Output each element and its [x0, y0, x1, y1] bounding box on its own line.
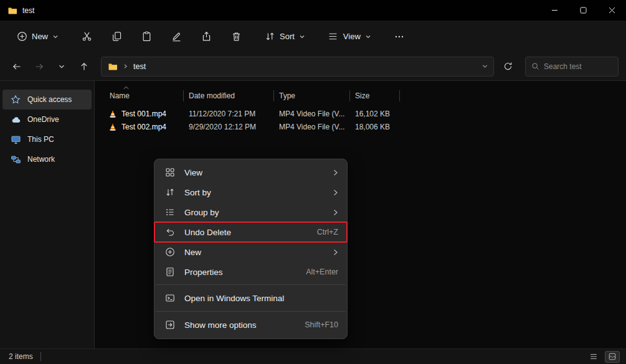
sort-button[interactable]: Sort [258, 27, 311, 47]
breadcrumb-folder[interactable]: test [133, 62, 146, 71]
recent-chevron-icon [58, 63, 65, 70]
plus-circle-icon [164, 246, 176, 258]
monitor-icon [10, 134, 21, 145]
vlc-cone-icon [108, 110, 117, 118]
file-name-cell: Test 002.mp4 [95, 123, 184, 131]
column-header-size[interactable]: Size [350, 88, 400, 103]
window-title: test [22, 6, 34, 15]
context-menu: View Sort by Group by [154, 159, 348, 339]
delete-icon [231, 31, 242, 42]
menu-item-sort-by[interactable]: Sort by [154, 182, 347, 202]
menu-item-open-in-windows-terminal[interactable]: Open in Windows Terminal [154, 287, 347, 309]
rename-button[interactable] [171, 31, 182, 42]
chevron-down-icon [299, 34, 305, 40]
menu-item-undo-delete[interactable]: Undo Delete Ctrl+Z [154, 222, 347, 242]
column-label: Type [279, 91, 295, 100]
paste-icon [141, 31, 152, 42]
menu-item-group-by[interactable]: Group by [154, 202, 347, 222]
sidebar: Quick access OneDrive This PC Network [0, 81, 95, 348]
close-button[interactable] [597, 0, 626, 21]
share-icon [201, 31, 212, 42]
menu-item-properties[interactable]: Properties Alt+Enter [154, 262, 347, 282]
search-box[interactable] [525, 57, 619, 77]
menu-item-view[interactable]: View [154, 162, 347, 182]
view-toggles [586, 351, 620, 363]
menu-item-label: View [184, 168, 322, 177]
copy-button[interactable] [111, 31, 122, 42]
more-icon [394, 31, 405, 42]
chevron-down-icon [481, 63, 488, 70]
item-count: 2 items [9, 352, 33, 361]
sidebar-item-label: This PC [27, 135, 54, 144]
menu-separator [156, 284, 346, 285]
file-type: MP4 Video File (V... [274, 110, 350, 118]
sidebar-item-this-pc[interactable]: This PC [2, 129, 92, 149]
up-button[interactable] [75, 57, 93, 76]
rename-icon [171, 31, 182, 42]
minimize-button[interactable] [540, 0, 569, 21]
search-input[interactable] [544, 62, 612, 71]
sort-button-label: Sort [280, 32, 295, 41]
large-icons-view-button[interactable] [605, 351, 620, 363]
column-header-type[interactable]: Type [274, 88, 350, 103]
back-button[interactable] [7, 57, 26, 76]
maximize-icon [580, 7, 587, 14]
menu-item-new[interactable]: New [154, 242, 347, 262]
new-button[interactable]: New [10, 27, 65, 47]
forward-button[interactable] [30, 57, 49, 76]
address-bar[interactable]: test [101, 57, 494, 77]
back-icon [12, 62, 22, 72]
column-header-name[interactable]: Name [95, 88, 184, 103]
file-type: MP4 Video File (V... [274, 123, 350, 131]
recent-locations-button[interactable] [52, 57, 71, 76]
minimize-icon [551, 7, 558, 14]
sidebar-item-onedrive[interactable]: OneDrive [2, 110, 92, 129]
paste-button[interactable] [141, 31, 152, 42]
status-bar: 2 items [0, 348, 626, 364]
column-label: Date modified [189, 91, 235, 100]
menu-item-label: Sort by [184, 188, 322, 197]
address-dropdown-button[interactable] [481, 63, 488, 70]
titlebar: test [0, 0, 626, 21]
menu-item-label: Undo Delete [184, 228, 308, 237]
share-button[interactable] [201, 31, 212, 42]
close-icon [609, 7, 615, 14]
file-name-cell: Test 001.mp4 [95, 110, 184, 118]
menu-item-show-more-options[interactable]: Show more options Shift+F10 [154, 314, 347, 335]
folder-icon [108, 62, 118, 72]
sidebar-item-quick-access[interactable]: Quick access [2, 90, 92, 110]
file-row[interactable]: Test 001.mp4 11/12/2020 7:21 PM MP4 Vide… [95, 107, 626, 120]
file-size: 18,006 KB [350, 123, 400, 131]
delete-button[interactable] [230, 31, 242, 42]
chevron-right-icon [331, 189, 338, 196]
refresh-icon [503, 62, 513, 71]
new-button-label: New [32, 32, 48, 41]
folder-icon [7, 6, 17, 16]
refresh-button[interactable] [498, 57, 518, 76]
view-list-icon [328, 31, 339, 42]
vlc-cone-icon [108, 123, 117, 131]
menu-item-shortcut: Ctrl+Z [317, 228, 338, 236]
menu-item-label: Properties [184, 268, 297, 277]
details-view-icon [589, 352, 598, 361]
command-toolbar: New [0, 21, 626, 52]
sort-arrows-icon [264, 31, 275, 42]
column-header-date-modified[interactable]: Date modified [184, 88, 274, 103]
maximize-button[interactable] [569, 0, 597, 21]
forward-icon [34, 62, 44, 72]
see-more-button[interactable] [387, 27, 411, 47]
large-icons-view-icon [608, 352, 617, 361]
chevron-right-icon [331, 249, 338, 256]
file-name: Test 001.mp4 [121, 110, 166, 118]
view-button[interactable]: View [321, 27, 377, 47]
status-divider [40, 352, 41, 361]
column-label: Size [355, 91, 369, 100]
menu-item-label: Show more options [184, 320, 296, 330]
cut-button[interactable] [81, 31, 92, 42]
file-explorer-window: test New [0, 0, 626, 364]
details-view-button[interactable] [586, 351, 601, 363]
sidebar-item-network[interactable]: Network [2, 149, 92, 169]
chevron-right-icon [331, 209, 338, 216]
file-row[interactable]: Test 002.mp4 9/29/2020 12:12 PM MP4 Vide… [95, 120, 626, 133]
menu-item-label: Group by [184, 208, 322, 217]
